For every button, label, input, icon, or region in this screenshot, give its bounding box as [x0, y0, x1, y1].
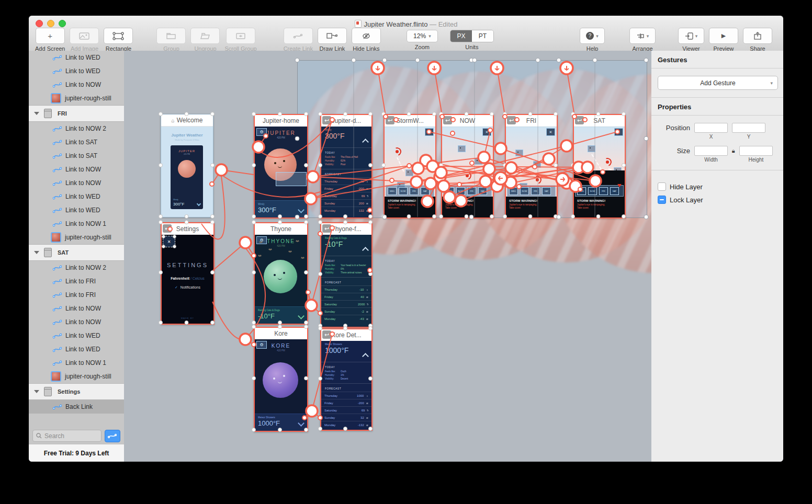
- screen-now-title[interactable]: ↩ NOW: [442, 115, 493, 127]
- position-x-input[interactable]: [694, 123, 728, 133]
- day-tab[interactable]: FRI: [599, 187, 608, 195]
- screen-jupiter-home-title[interactable]: Jupiter-home: [255, 115, 307, 127]
- add-image-button[interactable]: Add Image: [70, 28, 99, 52]
- position-y-input[interactable]: [732, 123, 765, 133]
- day-tab[interactable]: NOW: [399, 187, 408, 195]
- sidebar-item[interactable]: Link to NOW 1: [29, 356, 124, 370]
- screen-fri-body[interactable]: ✕ WEDNOWFRISAT STORM WARNING! Jupiter's …: [506, 127, 557, 217]
- close-hotspot[interactable]: ✕: [614, 128, 623, 136]
- sidebar-item[interactable]: Link to NOW: [29, 315, 124, 329]
- screen-stormwarning[interactable]: ↩ StormW... ✕ WEDNOWFRISAT STORM WARNING…: [384, 114, 436, 219]
- back-icon[interactable]: ↩: [322, 330, 331, 339]
- sidebar-item[interactable]: Back Link: [29, 400, 124, 414]
- temp-bar[interactable]: Windy 300°F: [255, 200, 307, 217]
- close-hotspot[interactable]: ✕: [425, 128, 434, 136]
- day-tab[interactable]: FRI: [410, 187, 419, 195]
- screen-thyone-title[interactable]: Thyone: [255, 223, 307, 235]
- screen-sat-title[interactable]: ↩ SAT: [574, 115, 625, 127]
- screen-thyone-detail-body[interactable]: Raining Cats & Dogs -10°F TODAY Feels li…: [321, 235, 371, 327]
- sidebar-item[interactable]: Link to NOW 1: [29, 217, 124, 231]
- settings-gear-hotspot[interactable]: ⚙: [256, 236, 267, 244]
- hide-links-button[interactable]: Hide Links: [352, 28, 381, 52]
- sidebar-item[interactable]: Link to FRI: [29, 288, 124, 302]
- screen-settings[interactable]: ↩ Settings ✕ SETTINGS Fahrenheit / Celci…: [161, 222, 215, 325]
- screen-thyone[interactable]: Thyone ⚙ THYONE 420 PM Raining Cats & Do…: [254, 222, 308, 325]
- arrange-button[interactable]: ▾ Arrange: [629, 28, 656, 52]
- canvas[interactable]: ⌂ Welcome Jupiter Weather Made by Pasqua…: [124, 51, 651, 462]
- sidebar-item[interactable]: jupiter-rough-still: [29, 231, 124, 244]
- back-icon[interactable]: ↩: [322, 116, 331, 124]
- sidebar-group-sat[interactable]: SAT: [29, 244, 124, 261]
- sidebar-item[interactable]: Link to WED: [29, 203, 124, 217]
- sidebar-item[interactable]: Link to WED: [29, 329, 124, 342]
- sidebar-item[interactable]: Link to WED: [29, 51, 124, 64]
- screen-jupiter-detail-title[interactable]: ↩ Jupiter-d...: [321, 115, 371, 127]
- screen-welcome[interactable]: ⌂ Welcome Jupiter Weather Made by Pasqua…: [161, 114, 213, 217]
- close-hotspot[interactable]: ✕: [482, 128, 491, 136]
- screen-stormwarning-title[interactable]: ↩ StormW...: [385, 115, 435, 127]
- screen-kore-body[interactable]: ⚙ KORE 420 PM Meteor Showers 1000°F: [255, 339, 307, 431]
- screen-kore-title[interactable]: Kore: [255, 328, 307, 340]
- lock-icon[interactable]: 🔒︎: [732, 146, 735, 154]
- link-filter-button[interactable]: [105, 430, 120, 442]
- day-tab[interactable]: SAT: [421, 187, 430, 195]
- ungroup-button[interactable]: Ungroup: [190, 28, 220, 52]
- sidebar-item[interactable]: Link to WED: [29, 190, 124, 203]
- day-tab[interactable]: NOW: [456, 187, 465, 195]
- screen-stormwarning-body[interactable]: ✕ WEDNOWFRISAT STORM WARNING! Jupiter's …: [385, 127, 435, 217]
- screen-sat-body[interactable]: ✕ WEDNOWFRISAT STORM WARNING! Jupiter's …: [574, 127, 625, 217]
- add-gesture-dropdown[interactable]: Add Gesture ▾: [658, 76, 778, 90]
- lock-layer-checkbox[interactable]: [658, 196, 666, 204]
- sidebar-item[interactable]: jupiter-rough-still: [29, 370, 124, 383]
- settings-gear-hotspot[interactable]: ⚙: [256, 128, 267, 136]
- disclosure-triangle-icon[interactable]: [34, 112, 39, 115]
- screen-fri[interactable]: ↩ FRI ✕ WEDNOWFRISAT STORM WARNING! Jupi…: [505, 114, 558, 219]
- screen-thyone-detail[interactable]: ↩ Thyone-f... Raining Cats & Dogs -10°F …: [320, 222, 373, 328]
- back-icon[interactable]: ↩: [322, 224, 331, 233]
- day-tab[interactable]: FRI: [531, 187, 540, 195]
- size-height-input[interactable]: [739, 146, 773, 156]
- group-button[interactable]: Group: [156, 28, 186, 52]
- screen-sat[interactable]: ↩ SAT ✕ WEDNOWFRISAT STORM WARNING! Jupi…: [573, 114, 626, 219]
- day-tab[interactable]: NOW: [520, 187, 529, 195]
- selected-close-button[interactable]: ✕: [163, 236, 175, 247]
- day-timeline[interactable]: WEDNOWFRISAT: [386, 185, 434, 197]
- temp-bar[interactable]: Raining Cats & Dogs -10°F: [255, 306, 307, 324]
- screen-kore-detail-body[interactable]: Meteor Showers 1000°F TODAY Feels like:O…: [321, 341, 371, 430]
- sidebar-group-settings[interactable]: Settings: [29, 383, 124, 400]
- unit-toggle[interactable]: Fahrenheit / Celcius: [162, 277, 213, 280]
- sidebar-item[interactable]: Link to FRI: [29, 274, 124, 288]
- day-tab[interactable]: WED: [577, 187, 586, 195]
- add-screen-button[interactable]: + Add Screen: [35, 28, 65, 52]
- sidebar-item[interactable]: Link to NOW 2: [29, 122, 124, 135]
- back-icon[interactable]: ↩: [575, 116, 584, 124]
- hide-layer-checkbox[interactable]: [658, 182, 666, 191]
- day-tab[interactable]: SAT: [542, 187, 551, 195]
- preview-button[interactable]: ▶ Preview: [709, 28, 738, 52]
- link-hotspot-box[interactable]: [276, 172, 307, 186]
- screen-kore[interactable]: Kore ⚙ KORE 420 PM Meteor Showers 1000°F: [254, 327, 308, 432]
- screen-thyone-body[interactable]: ⚙ THYONE 420 PM Raining Cats & Dogs -10°…: [255, 235, 307, 324]
- settings-gear-hotspot[interactable]: ⚙: [256, 341, 267, 349]
- back-icon[interactable]: ↩: [386, 116, 394, 124]
- sidebar-item[interactable]: Link to WED: [29, 342, 124, 356]
- screen-thyone-detail-title[interactable]: ↩ Thyone-f...: [321, 223, 371, 235]
- screen-kore-detail[interactable]: ↩ Kore Det... Meteor Showers 1000°F TODA…: [320, 328, 373, 431]
- zoom-control[interactable]: 12%▾ Zoom: [407, 28, 438, 50]
- rectangle-button[interactable]: Rectangle: [104, 28, 133, 52]
- sidebar-item[interactable]: Link to SAT: [29, 135, 124, 149]
- day-timeline[interactable]: WEDNOWFRISAT: [443, 185, 492, 197]
- screen-jupiter-home-body[interactable]: ⚙ JUPITER 420 PM Windy 300°F: [255, 127, 307, 217]
- screen-now[interactable]: ↩ NOW ✕ WEDNOWFRISAT STORM WARNING! Jupi…: [441, 114, 494, 219]
- screen-jupiter-detail-body[interactable]: Windy 300°F TODAY Feels like:The Fires o…: [321, 127, 371, 217]
- day-tab[interactable]: WED: [509, 187, 518, 195]
- create-link-button[interactable]: Create Link: [284, 28, 313, 52]
- search-input[interactable]: Search: [32, 430, 102, 442]
- screen-now-body[interactable]: ✕ WEDNOWFRISAT STORM WARNING! Jupiter's …: [442, 127, 493, 217]
- sidebar-item[interactable]: Link to NOW: [29, 78, 124, 91]
- sidebar-item[interactable]: Link to SAT: [29, 149, 124, 163]
- back-icon[interactable]: ↩: [507, 116, 516, 124]
- screen-welcome-title[interactable]: ⌂ Welcome: [161, 114, 213, 127]
- back-icon[interactable]: ↩: [443, 116, 452, 124]
- day-tab[interactable]: SAT: [478, 187, 487, 195]
